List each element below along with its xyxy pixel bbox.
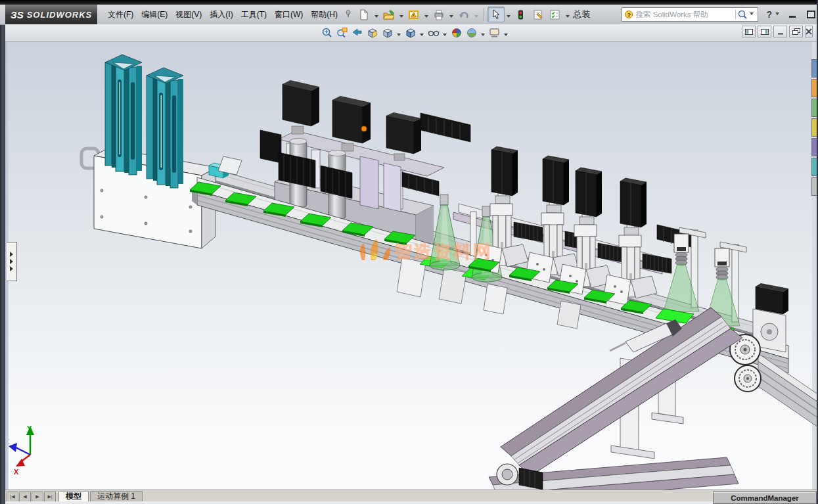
file-properties-button[interactable]	[530, 7, 547, 22]
options-button[interactable]	[547, 7, 564, 22]
doc-close-icon[interactable]	[805, 26, 813, 37]
doc-restore-icon[interactable]	[789, 26, 803, 37]
rebuild-traffic-light-button[interactable]	[512, 7, 530, 22]
toolbar-separator	[484, 8, 484, 21]
edit-appearance-button[interactable]	[449, 26, 464, 41]
task-pane-tab-design-library[interactable]	[811, 79, 817, 97]
orange-knob[interactable]	[361, 126, 367, 131]
menu-window[interactable]: 窗口(W)	[271, 7, 307, 22]
side-motor[interactable]	[260, 130, 281, 163]
menu-file[interactable]: 文件(F)	[104, 7, 137, 22]
task-pane-tab-resources[interactable]	[811, 59, 817, 78]
tab-nav-first[interactable]: |◀	[7, 492, 18, 502]
tab-model[interactable]: 模型	[58, 491, 89, 502]
open-button[interactable]	[380, 7, 398, 22]
feeder-tower-2[interactable]	[147, 68, 183, 188]
menu-tools[interactable]: 工具(T)	[237, 7, 271, 22]
display-style-button[interactable]	[403, 26, 418, 41]
select-dropdown-arrow[interactable]	[507, 15, 511, 20]
task-pane-tab-file-explorer[interactable]	[811, 99, 817, 117]
task-pane-tab-more[interactable]	[811, 177, 817, 196]
document-title: 总装	[573, 9, 590, 20]
display-style-dropdown[interactable]	[420, 34, 424, 38]
document-window-controls	[742, 26, 813, 37]
task-pane-tab-appearances[interactable]	[811, 118, 817, 137]
view-orientation-dropdown[interactable]	[397, 34, 401, 38]
tile-right-icon[interactable]	[758, 26, 771, 37]
undo-dropdown-arrow[interactable]	[474, 15, 478, 20]
menu-insert[interactable]: 插入(I)	[206, 7, 237, 22]
menu-edit[interactable]: 编辑(E)	[137, 7, 171, 22]
open-dropdown-arrow[interactable]	[399, 15, 403, 20]
tab-nav-last[interactable]: ▶|	[44, 492, 56, 502]
minimize-button[interactable]	[785, 9, 800, 20]
help-question-icon[interactable]: ?	[766, 9, 772, 20]
feeder-tower-1[interactable]	[105, 55, 142, 175]
view-settings-dropdown[interactable]	[504, 34, 508, 38]
tile-left-icon[interactable]	[742, 26, 756, 37]
solidworks-window: 智造资料网 Y Z X ЗS SOLIDWORKS 文件(F) 编辑(E) 视图…	[0, 0, 818, 504]
svg-text:?: ?	[627, 11, 631, 18]
restore-button[interactable]	[804, 9, 818, 20]
status-bar	[5, 501, 817, 504]
apply-scene-button[interactable]	[464, 26, 479, 41]
svg-text:智造资料网: 智造资料网	[394, 242, 493, 262]
tab-nav-next[interactable]: ▶	[32, 492, 43, 502]
apply-scene-dropdown[interactable]	[481, 34, 485, 38]
search-dropdown-arrow[interactable]	[750, 12, 754, 17]
task-pane-tab-properties[interactable]	[811, 138, 817, 156]
zoom-to-area-button[interactable]	[334, 26, 350, 41]
undo-button[interactable]	[455, 7, 472, 22]
command-manager-panel[interactable]: CommandManager	[713, 492, 817, 504]
logo-text: SOLIDWORKS	[27, 10, 93, 20]
window-top-edge	[0, 0, 818, 5]
select-button[interactable]	[488, 7, 505, 22]
previous-view-button[interactable]	[350, 26, 365, 41]
help-dropdown-arrow[interactable]	[775, 12, 779, 17]
search-separator	[735, 10, 736, 19]
heads-up-view-toolbar	[5, 24, 817, 42]
menu-help[interactable]: 帮助(H)	[307, 7, 342, 22]
task-pane-tabs	[811, 59, 817, 196]
hide-show-items-button[interactable]	[426, 26, 441, 41]
search-box[interactable]: ?	[622, 7, 758, 22]
window-left-border	[0, 0, 5, 504]
feature-panel-flyout[interactable]	[7, 242, 17, 281]
print-dropdown-arrow[interactable]	[449, 15, 453, 20]
pushpin-icon[interactable]	[344, 9, 353, 20]
section-view-button[interactable]	[365, 26, 380, 41]
menu-view[interactable]: 视图(V)	[171, 7, 206, 22]
save-dropdown-arrow[interactable]	[424, 15, 428, 20]
save-button[interactable]	[405, 7, 422, 22]
svg-text:X: X	[14, 468, 19, 476]
view-settings-button[interactable]	[487, 26, 502, 41]
logo-mark: ЗS	[11, 9, 24, 20]
doc-minimize-icon[interactable]	[773, 26, 787, 37]
bottom-tab-bar: |◀ ◀ ▶ ▶| 模型 运动算例 1	[5, 490, 817, 502]
search-icon[interactable]	[737, 9, 748, 20]
options-dropdown-arrow[interactable]	[566, 15, 570, 20]
help-balloon-icon: ?	[624, 10, 634, 20]
tab-nav-previous[interactable]: ◀	[19, 492, 31, 502]
menu-bar: ЗS SOLIDWORKS 文件(F) 编辑(E) 视图(V) 插入(I) 工具…	[0, 5, 818, 25]
hide-show-dropdown[interactable]	[443, 34, 447, 38]
tab-motion-study[interactable]: 运动算例 1	[90, 491, 143, 502]
zoom-to-fit-button[interactable]	[319, 26, 334, 41]
app-logo: ЗS SOLIDWORKS	[5, 5, 97, 24]
graphics-area[interactable]: 智造资料网 Y Z X	[0, 0, 818, 504]
search-input[interactable]	[634, 10, 734, 19]
view-orientation-button[interactable]	[380, 26, 395, 41]
new-dropdown-arrow[interactable]	[375, 15, 378, 20]
task-pane-tab-scenes[interactable]	[811, 158, 817, 176]
tab-navigation: |◀ ◀ ▶ ▶|	[7, 492, 56, 502]
print-button[interactable]	[430, 7, 447, 22]
new-document-button[interactable]	[355, 7, 373, 22]
svg-text:Y: Y	[27, 424, 32, 432]
